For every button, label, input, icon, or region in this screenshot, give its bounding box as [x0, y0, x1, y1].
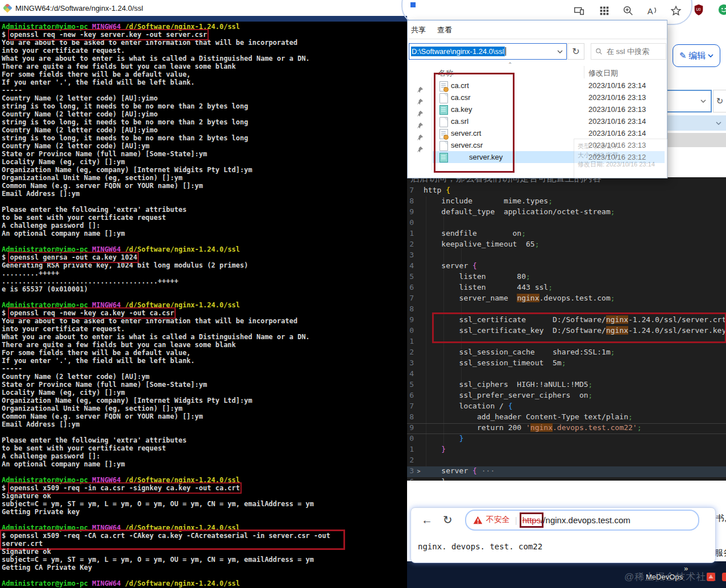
- warning-icon: [473, 516, 483, 524]
- terminal-line: For some fields there will be a default …: [2, 349, 406, 357]
- fold-chevron-icon[interactable]: >: [414, 468, 424, 474]
- code-line: 8 add_header Content-Type text/plain;: [407, 412, 726, 423]
- line-number: 8: [407, 305, 414, 313]
- svg-text:U0: U0: [696, 7, 701, 11]
- refresh-button[interactable]: ↻: [567, 43, 584, 60]
- code-line: 7 http {: [407, 186, 726, 197]
- svg-text:A: A: [648, 7, 653, 16]
- ublock-shield-icon[interactable]: U0: [692, 3, 705, 16]
- extension-icon[interactable]: [717, 3, 726, 16]
- menu-view[interactable]: 查看: [437, 25, 452, 35]
- code-line: 8: [407, 305, 726, 315]
- code-line: 2 ssl_session_cache shared:SSL:1m;: [407, 348, 726, 358]
- edit-button[interactable]: ✎ 编辑: [673, 44, 720, 67]
- code-line: 6 }: [407, 477, 726, 481]
- terminal-line: Please enter the following 'extra' attri…: [2, 206, 406, 214]
- zoom-icon[interactable]: [622, 5, 634, 17]
- reload-button[interactable]: ↻: [443, 513, 453, 527]
- terminal-line: Administrator@yimo-pc MINGW64 /d/Softwar…: [2, 23, 406, 31]
- code-line: 8 include mime.types;: [407, 197, 726, 207]
- terminal-line: Administrator@yimo-pc MINGW64 /d/Softwar…: [2, 245, 406, 253]
- line-number: 7: [407, 402, 414, 410]
- git-bash-icon: [3, 4, 12, 12]
- page-body-text: nginx. devops. test. com22: [418, 542, 542, 551]
- terminal-line: -----: [2, 365, 406, 373]
- terminal-line: If you enter '.', the field will be left…: [2, 357, 406, 365]
- read-aloud-icon[interactable]: A: [646, 5, 658, 17]
- terminal-line: Common Name (e.g. server FQDN or YOUR na…: [2, 412, 406, 420]
- annotation-boxed-command: $ openssl x509 -req -CA ca.crt -CAkey ca…: [2, 532, 343, 548]
- key-file-icon: [439, 153, 447, 162]
- terminal-line: A challenge password []:: [2, 452, 406, 460]
- code-lines[interactable]: 7 http {8 include mime.types;9 default_t…: [407, 186, 726, 481]
- cert-file-icon: [439, 81, 447, 90]
- pin-icon: [417, 121, 424, 128]
- terminal-line: Locality Name (eg, city) []:ym: [2, 158, 406, 166]
- menu-share[interactable]: 共享: [411, 25, 426, 35]
- send-to-devices-icon[interactable]: [573, 5, 586, 17]
- terminal-line: State or Province Name (full name) [Some…: [2, 150, 406, 158]
- line-number: 9: [407, 315, 414, 324]
- terminal-title-bar[interactable]: MINGW64:/d/Software/nginx-1.24.0/ssl: [0, 0, 407, 16]
- address-bar[interactable]: D:\Software\nginx-1.24.0\ssl: [409, 43, 567, 60]
- file-row[interactable]: ca.key2023/10/16 23:13: [408, 103, 667, 115]
- terminal-line: What you are about to enter is what is c…: [2, 333, 406, 341]
- file-name: ca.srl: [451, 117, 468, 126]
- code-line: 2 keepalive_timeout 65;: [407, 240, 726, 251]
- file-date: 2023/10/16 23:13: [588, 93, 646, 102]
- line-number: 6: [407, 477, 414, 481]
- terminal-line: Country Name (2 letter code) [AU]:yimo: [2, 110, 406, 118]
- chevron-down-icon[interactable]: [557, 49, 563, 55]
- line-number: 9: [407, 207, 414, 216]
- partial-note-row: 启后访问，那么看我们访问是否可配置上的内容: [407, 177, 726, 185]
- pin-icon: [417, 133, 424, 140]
- pencil-icon: ✎: [679, 51, 687, 61]
- code-line: 9 default_type application/octet-stream;: [407, 207, 726, 218]
- terminal-line: Locality Name (eg, city) []:ym: [2, 389, 406, 397]
- terminal-line: Country Name (2 letter code) [AU]:yimo: [2, 126, 406, 134]
- terminal-line: $ openssl req -new -key ca.key -out ca.c…: [2, 309, 406, 317]
- search-input[interactable]: [605, 47, 665, 56]
- file-row[interactable]: ca.csr2023/10/16 23:13: [408, 91, 667, 103]
- background-refresh-button[interactable]: ↻: [713, 90, 726, 112]
- column-header-name[interactable]: 名称: [438, 68, 453, 78]
- search-box[interactable]: [591, 43, 666, 60]
- address-pill[interactable]: 不安全 | https //nginx.devops.test.com: [465, 510, 699, 531]
- annotation-boxed-command: openssl req -new -key server.key -out se…: [10, 31, 207, 39]
- terminal-line: subject=C = ym, ST = ym, L = ym, O = ym,…: [2, 500, 406, 508]
- terminal-line: $ openssl genrsa -out ca.key 1024: [2, 253, 406, 261]
- chevron-down-icon: [716, 120, 721, 126]
- doc-file-icon: [439, 117, 447, 126]
- line-number: 8: [407, 412, 414, 421]
- code-line: 4: [407, 369, 726, 380]
- code-line: 0: [407, 218, 726, 229]
- background-address-bar-fragment[interactable]: [666, 90, 712, 112]
- terminal-line: Organizational Unit Name (eg, section) […: [2, 174, 406, 182]
- line-number: 6: [407, 391, 414, 399]
- code-line: 1 sendfile on;: [407, 229, 726, 240]
- column-header-date[interactable]: 修改日期: [588, 68, 618, 78]
- terminal-line: Administrator@yimo-pc MINGW64 /d/Softwar…: [2, 476, 406, 484]
- back-button[interactable]: ←: [421, 514, 433, 527]
- terminal-line: Administrator@yimo-pc MINGW64 /d/Softwar…: [2, 579, 406, 587]
- code-line: 2: [407, 456, 726, 466]
- watermark-chevrons: »: [684, 564, 688, 573]
- terminal-output[interactable]: Administrator@yimo-pc MINGW64 /d/Softwar…: [2, 23, 406, 587]
- clipped-text-top: 书,: [716, 513, 726, 524]
- line-number: 1: [407, 445, 414, 453]
- file-row[interactable]: server.crt2023/10/16 23:14: [408, 127, 667, 139]
- address-text-selected: D:\Software\nginx-1.24.0\ssl: [411, 47, 505, 56]
- doc-file-icon: [439, 141, 447, 150]
- terminal-line: [2, 237, 406, 245]
- terminal-line: subject=C = ym, ST = ym, L = ym, O = ym,…: [2, 556, 406, 564]
- file-row[interactable]: ca.srl2023/10/16 23:14: [408, 115, 667, 127]
- terminal-line: There are quite a few fields but you can…: [2, 62, 406, 70]
- favorites-star-icon[interactable]: [670, 5, 682, 17]
- line-number: 0: [407, 218, 414, 227]
- file-date: 2023/10/16 23:13: [588, 105, 646, 114]
- column-separator[interactable]: [584, 66, 584, 78]
- terminal-line: Generating RSA private key, 1024 bit lon…: [2, 261, 406, 269]
- apps-grid-icon[interactable]: [598, 5, 611, 17]
- terminal-line: Country Name (2 letter code) [AU]:ym: [2, 142, 406, 150]
- file-row[interactable]: ca.crt2023/10/16 23:14: [408, 80, 667, 91]
